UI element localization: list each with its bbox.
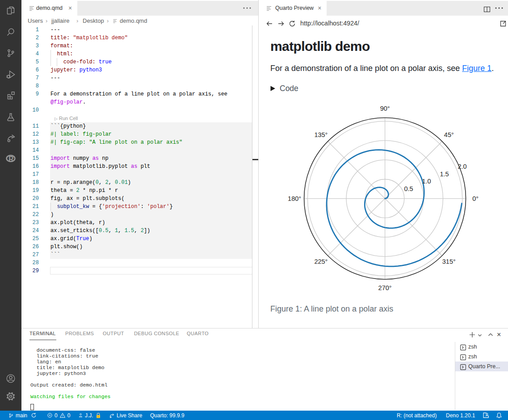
svg-text:1.0: 1.0 (422, 178, 431, 185)
svg-text:1.5: 1.5 (440, 170, 449, 178)
svg-text:90°: 90° (380, 105, 390, 112)
svg-text:R: R (8, 155, 14, 163)
svg-text:225°: 225° (314, 258, 327, 265)
svg-text:135°: 135° (314, 131, 327, 138)
svg-text:270°: 270° (378, 284, 392, 291)
svg-text:315°: 315° (442, 258, 456, 265)
svg-text:2.0: 2.0 (458, 163, 467, 170)
svg-text:180°: 180° (288, 195, 301, 202)
svg-text:45°: 45° (444, 131, 454, 138)
svg-text:0.5: 0.5 (404, 185, 413, 192)
svg-text:0°: 0° (472, 195, 479, 202)
